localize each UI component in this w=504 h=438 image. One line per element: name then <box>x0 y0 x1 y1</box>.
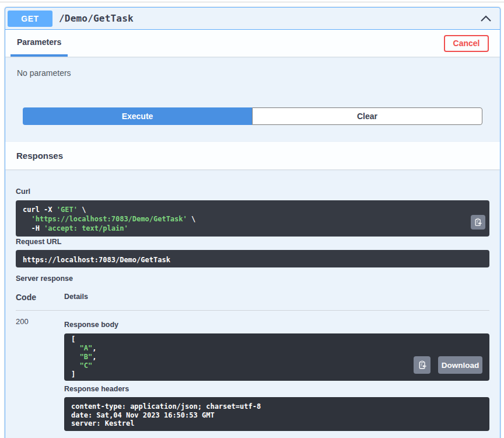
request-url-text: https://localhost:7083/Demo/GetTask <box>23 255 482 265</box>
collapse-chevron-icon[interactable] <box>480 15 492 22</box>
clipboard-icon <box>474 218 482 227</box>
code-column-header: Code <box>16 293 64 302</box>
server-response-label: Server response <box>16 274 489 283</box>
responses-title: Responses <box>16 151 63 161</box>
clear-button[interactable]: Clear <box>252 107 482 125</box>
table-header-row: Code Details <box>16 293 489 311</box>
copy-response-button[interactable] <box>414 356 430 374</box>
request-url-label: Request URL <box>16 238 489 246</box>
response-body-label: Response body <box>64 321 489 329</box>
execute-button[interactable]: Execute <box>23 107 252 125</box>
operation-path: /Demo/GetTask <box>59 13 134 24</box>
request-url-block: https://localhost:7083/Demo/GetTask <box>16 250 489 267</box>
response-headers-block: content-type: application/json; charset=… <box>64 397 489 431</box>
parameters-section-header: Parameters Cancel <box>5 30 500 57</box>
response-body-block: [ "A", "B", "C" ] Download <box>64 333 489 381</box>
response-headers-text: content-type: application/json; charset=… <box>71 402 482 428</box>
section-divider <box>0 2 504 2</box>
server-response-table: Code Details 200 Response body [ "A", "B… <box>16 293 489 431</box>
details-column-header: Details <box>64 293 489 302</box>
response-headers-label: Response headers <box>64 385 489 393</box>
curl-command-text: curl -X 'GET' \ 'https://localhost:7083/… <box>23 205 482 233</box>
response-details-cell: Response body [ "A", "B", "C" ] Download… <box>64 317 489 431</box>
tab-parameters-label: Parameters <box>17 37 61 47</box>
copy-curl-button[interactable] <box>471 215 485 230</box>
responses-body: Curl curl -X 'GET' \ 'https://localhost:… <box>5 169 500 431</box>
method-badge: GET <box>8 11 52 27</box>
cancel-button[interactable]: Cancel <box>444 35 489 52</box>
operation-summary[interactable]: GET /Demo/GetTask <box>5 8 500 30</box>
download-button[interactable]: Download <box>438 356 482 374</box>
parameters-body: No parameters <box>5 57 500 78</box>
response-status-code: 200 <box>16 317 64 431</box>
response-row: 200 Response body [ "A", "B", "C" ] Down… <box>16 317 489 431</box>
opblock-get: GET /Demo/GetTask Parameters Cancel No p… <box>5 7 501 438</box>
curl-label: Curl <box>16 187 489 196</box>
execute-row: Execute Clear <box>23 107 482 125</box>
curl-command-block: curl -X 'GET' \ 'https://localhost:7083/… <box>16 200 489 237</box>
tab-parameters[interactable]: Parameters <box>10 30 68 57</box>
clipboard-icon <box>418 360 427 370</box>
no-parameters-text: No parameters <box>17 68 488 78</box>
responses-section-header: Responses <box>5 142 500 169</box>
